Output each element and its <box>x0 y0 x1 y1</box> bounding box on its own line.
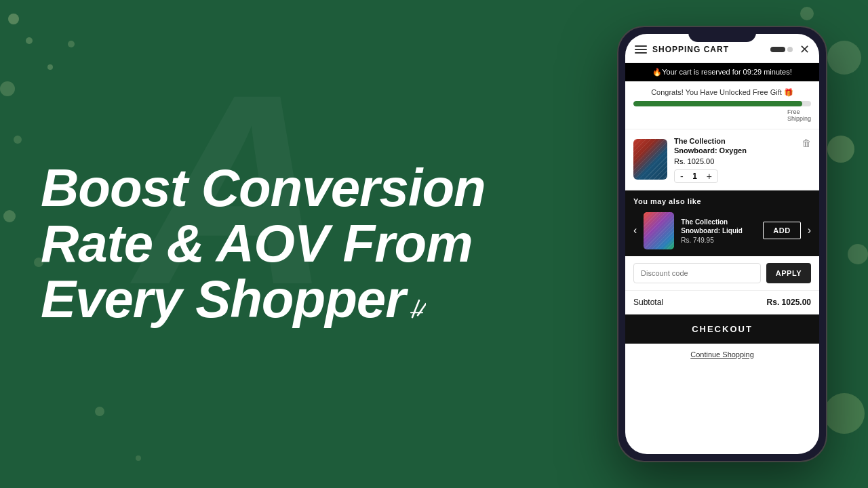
progress-bar-fill <box>633 101 802 106</box>
timer-bar: 🔥Your cart is reserved for 09:29 minutes… <box>625 63 819 81</box>
gift-text: Congrats! You Have Unlocked Free Gift 🎁 <box>633 88 811 97</box>
pills-indicator <box>770 47 793 52</box>
rec-prev-button[interactable]: ‹ <box>633 224 637 237</box>
svg-line-1 <box>418 304 426 315</box>
cart-header-left: SHOPPING CART <box>635 45 729 54</box>
continue-shopping-link[interactable]: Continue Shopping <box>625 344 819 365</box>
phone-mockup: SHOPPING CART ✕ 🔥Your cart is reserved f… <box>617 26 827 462</box>
rec-item-name: The Collection Snowboard: Liquid <box>681 218 756 235</box>
hero-line2: Rate & AOV From <box>41 214 473 273</box>
pill-inactive <box>787 47 793 52</box>
discount-input[interactable] <box>633 263 761 283</box>
close-button[interactable]: ✕ <box>800 43 810 56</box>
qty-decrease-button[interactable]: - <box>679 171 685 181</box>
item-image <box>633 139 667 180</box>
item-name: The Collection Snowboard: Oxygen <box>674 136 795 156</box>
item-price: Rs. 1025.00 <box>674 157 795 165</box>
phone-frame: SHOPPING CART ✕ 🔥Your cart is reserved f… <box>617 26 827 462</box>
rec-add-button[interactable]: ADD <box>763 222 800 239</box>
apply-button[interactable]: APPLY <box>766 263 811 283</box>
pill-active <box>770 47 785 52</box>
rec-item-details: The Collection Snowboard: Liquid Rs. 749… <box>681 218 756 244</box>
rec-title: You may also like <box>633 197 811 205</box>
cart-title: SHOPPING CART <box>652 45 729 54</box>
progress-bar <box>633 101 811 106</box>
phone-notch <box>688 27 756 42</box>
sparkle-icon <box>392 287 426 321</box>
rec-item: ‹ The Collection Snowboard: Liquid Rs. 7… <box>633 212 811 249</box>
hero-line1: Boost Conversion <box>41 158 486 218</box>
cart-header-right: ✕ <box>770 43 810 56</box>
qty-increase-button[interactable]: + <box>705 171 713 181</box>
gift-section: Congrats! You Have Unlocked Free Gift 🎁 … <box>625 81 819 129</box>
rec-item-price: Rs. 749.95 <box>681 237 756 244</box>
discount-section: APPLY <box>625 256 819 291</box>
subtotal-label: Subtotal <box>633 298 663 307</box>
free-shipping-label: FreeShipping <box>787 108 811 122</box>
rec-next-button[interactable]: › <box>808 224 811 237</box>
qty-control: - 1 + <box>674 169 718 183</box>
rec-item-image <box>644 212 674 249</box>
item-details: The Collection Snowboard: Oxygen Rs. 102… <box>674 136 795 183</box>
phone-screen: SHOPPING CART ✕ 🔥Your cart is reserved f… <box>625 34 819 454</box>
hero-line3: Every Shopper <box>41 272 406 327</box>
hamburger-icon[interactable] <box>635 45 647 54</box>
subtotal-section: Subtotal Rs. 1025.00 <box>625 291 819 314</box>
timer-text: 🔥Your cart is reserved for 09:29 minutes… <box>652 68 792 76</box>
checkout-button[interactable]: CHECKOUT <box>625 314 819 344</box>
progress-label: FreeShipping <box>633 108 811 122</box>
cart-item: The Collection Snowboard: Oxygen Rs. 102… <box>625 129 819 190</box>
recommendations-section: You may also like ‹ The Collection Snowb… <box>625 190 819 256</box>
subtotal-amount: Rs. 1025.00 <box>767 298 811 307</box>
delete-button[interactable]: 🗑 <box>802 138 811 148</box>
qty-value: 1 <box>690 171 700 181</box>
hero-section: Boost Conversion Rate & AOV From Every S… <box>41 161 556 327</box>
